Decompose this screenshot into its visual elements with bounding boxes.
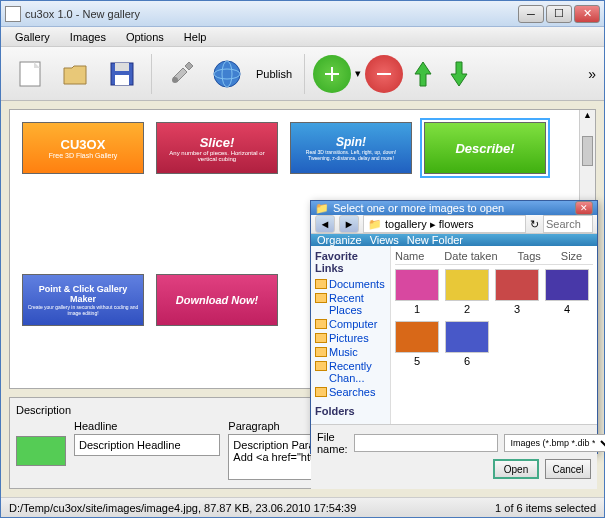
folder-icon: 📁 bbox=[315, 202, 329, 215]
menubar: Gallery Images Options Help bbox=[1, 27, 604, 47]
close-button[interactable]: ✕ bbox=[574, 5, 600, 23]
titlebar[interactable]: cu3ox 1.0 - New gallery ─ ☐ ✕ bbox=[1, 1, 604, 27]
status-selection: 1 of 6 items selected bbox=[495, 502, 596, 514]
thumb-title: CU3OX bbox=[61, 137, 106, 152]
menu-gallery[interactable]: Gallery bbox=[5, 29, 60, 45]
dialog-close-button[interactable]: ✕ bbox=[575, 201, 593, 215]
thumb-title: Describe! bbox=[455, 141, 514, 156]
dialog-body: Favorite Links Documents Recent Places C… bbox=[311, 246, 597, 424]
thumb-title: Point & Click Gallery Maker bbox=[27, 284, 139, 304]
dialog-footer: File name: Images (*.bmp *.dib *.rle *.j… bbox=[311, 424, 597, 489]
filetype-select[interactable]: Images (*.bmp *.dib *.rle *.jpg bbox=[504, 434, 605, 452]
nav-forward-button[interactable]: ► bbox=[339, 215, 359, 233]
gallery-thumb[interactable]: Slice! Any number of pieces. Horizontal … bbox=[156, 122, 278, 174]
refresh-icon[interactable]: ↻ bbox=[530, 218, 539, 231]
dialog-titlebar[interactable]: 📁 Select one or more images to open ✕ bbox=[311, 201, 597, 215]
open-file-button[interactable]: Open bbox=[493, 459, 539, 479]
dialog-sidebar: Favorite Links Documents Recent Places C… bbox=[311, 246, 391, 424]
main-window: cu3ox 1.0 - New gallery ─ ☐ ✕ Gallery Im… bbox=[0, 0, 605, 518]
headline-input[interactable] bbox=[74, 434, 220, 456]
file-thumb[interactable]: 4 bbox=[545, 269, 589, 315]
settings-button[interactable] bbox=[160, 53, 202, 95]
app-icon bbox=[5, 6, 21, 22]
gallery-thumb[interactable]: Point & Click Gallery Maker Create your … bbox=[22, 274, 144, 326]
status-path: D:/Temp/cu3ox/site/images/image4.jpg, 87… bbox=[9, 502, 495, 514]
thumb-subtitle: Free 3D Flash Gallery bbox=[49, 152, 117, 159]
move-up-button[interactable] bbox=[407, 54, 439, 94]
gallery-thumb[interactable]: Spin! Real 3D transitions. Left, right, … bbox=[290, 122, 412, 174]
file-thumb[interactable]: 3 bbox=[495, 269, 539, 315]
filename-label: File name: bbox=[317, 431, 348, 455]
headline-label: Headline bbox=[74, 420, 220, 432]
views-menu[interactable]: Views bbox=[370, 234, 399, 246]
open-button[interactable] bbox=[55, 53, 97, 95]
sidebar-item-pictures[interactable]: Pictures bbox=[315, 331, 386, 345]
file-thumb[interactable]: 5 bbox=[395, 321, 439, 367]
svg-rect-8 bbox=[377, 73, 391, 75]
dialog-title: Select one or more images to open bbox=[333, 202, 573, 214]
publish-button[interactable] bbox=[206, 53, 248, 95]
sidebar-item-recently[interactable]: Recently Chan... bbox=[315, 359, 386, 385]
scroll-thumb[interactable] bbox=[582, 136, 593, 166]
gallery-thumb-selected[interactable]: Describe! bbox=[424, 122, 546, 174]
sidebar-item-searches[interactable]: Searches bbox=[315, 385, 386, 399]
remove-image-button[interactable] bbox=[365, 55, 403, 93]
toolbar-overflow-icon[interactable]: » bbox=[588, 66, 596, 82]
file-thumb[interactable]: 2 bbox=[445, 269, 489, 315]
minimize-button[interactable]: ─ bbox=[518, 5, 544, 23]
thumb-subtitle: Create your gallery in seconds without c… bbox=[27, 304, 139, 316]
svg-point-5 bbox=[214, 61, 240, 87]
toolbar-separator bbox=[304, 54, 305, 94]
add-image-button[interactable] bbox=[313, 55, 351, 93]
dialog-toolbar: Organize Views New Folder bbox=[311, 234, 597, 246]
cancel-button[interactable]: Cancel bbox=[545, 459, 591, 479]
path-breadcrumb[interactable]: 📁 togallery ▸ flowers bbox=[363, 215, 526, 233]
dialog-nav: ◄ ► 📁 togallery ▸ flowers ↻ bbox=[311, 215, 597, 234]
folder-icon: 📁 bbox=[368, 218, 382, 230]
toolbar-separator bbox=[151, 54, 152, 94]
thumb-title: Spin! bbox=[336, 135, 366, 149]
file-open-dialog: 📁 Select one or more images to open ✕ ◄ … bbox=[310, 200, 598, 454]
move-down-button[interactable] bbox=[443, 54, 475, 94]
nav-back-button[interactable]: ◄ bbox=[315, 215, 335, 233]
file-thumb[interactable]: 6 bbox=[445, 321, 489, 367]
svg-rect-2 bbox=[115, 63, 129, 71]
folders-header[interactable]: Folders bbox=[315, 405, 386, 417]
dropdown-icon[interactable]: ▾ bbox=[355, 67, 361, 80]
toolbar: Publish ▾ » bbox=[1, 47, 604, 101]
description-preview-thumb bbox=[16, 436, 66, 466]
newfolder-button[interactable]: New Folder bbox=[407, 234, 463, 246]
gallery-thumb[interactable]: CU3OX Free 3D Flash Gallery bbox=[22, 122, 144, 174]
svg-point-4 bbox=[172, 77, 178, 83]
thumb-subtitle: Real 3D transitions. Left, right, up, do… bbox=[295, 149, 407, 161]
sidebar-item-computer[interactable]: Computer bbox=[315, 317, 386, 331]
thumbs-row: CU3OX Free 3D Flash Gallery Slice! Any n… bbox=[22, 122, 583, 174]
statusbar: D:/Temp/cu3ox/site/images/image4.jpg, 87… bbox=[1, 497, 604, 517]
maximize-button[interactable]: ☐ bbox=[546, 5, 572, 23]
dialog-file-area: Name Date taken Tags Size 123456 bbox=[391, 246, 597, 424]
file-thumb[interactable]: 1 bbox=[395, 269, 439, 315]
menu-help[interactable]: Help bbox=[174, 29, 217, 45]
menu-options[interactable]: Options bbox=[116, 29, 174, 45]
sidebar-item-documents[interactable]: Documents bbox=[315, 277, 386, 291]
menu-images[interactable]: Images bbox=[60, 29, 116, 45]
thumb-subtitle: Any number of pieces. Horizontal or vert… bbox=[161, 150, 273, 162]
column-headers[interactable]: Name Date taken Tags Size bbox=[395, 250, 593, 265]
organize-menu[interactable]: Organize bbox=[317, 234, 362, 246]
file-thumbs: 123456 bbox=[395, 269, 593, 367]
thumb-title: Slice! bbox=[200, 135, 235, 150]
gallery-thumb[interactable]: Download Now! bbox=[156, 274, 278, 326]
search-input[interactable] bbox=[543, 215, 593, 233]
sidebar-item-recent[interactable]: Recent Places bbox=[315, 291, 386, 317]
sidebar-header: Favorite Links bbox=[315, 250, 386, 274]
filename-input[interactable] bbox=[354, 434, 498, 452]
save-button[interactable] bbox=[101, 53, 143, 95]
window-title: cu3ox 1.0 - New gallery bbox=[25, 8, 516, 20]
thumb-title: Download Now! bbox=[176, 294, 259, 306]
svg-rect-3 bbox=[115, 75, 129, 85]
sidebar-item-music[interactable]: Music bbox=[315, 345, 386, 359]
publish-label: Publish bbox=[256, 68, 292, 80]
new-button[interactable] bbox=[9, 53, 51, 95]
